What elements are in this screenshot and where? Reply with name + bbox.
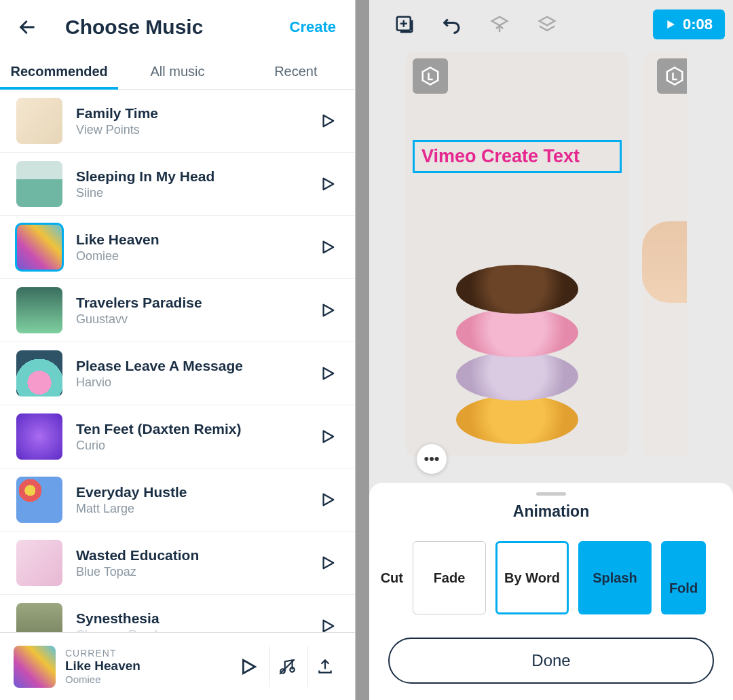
mute-music-button[interactable] bbox=[269, 646, 303, 687]
video-card[interactable]: Vimeo Create Text ••• bbox=[406, 52, 628, 456]
undo-button[interactable] bbox=[432, 11, 472, 38]
ellipsis-icon: ••• bbox=[424, 450, 439, 468]
track-artist: Matt Large bbox=[76, 502, 317, 516]
track-title: Like Heaven bbox=[76, 232, 317, 248]
track-title: Sleeping In My Head bbox=[76, 168, 317, 185]
hexagon-l-icon bbox=[664, 66, 685, 86]
track-title: Family Time bbox=[76, 105, 317, 122]
sheet-title: Animation bbox=[369, 502, 733, 521]
layer-up-icon bbox=[489, 14, 510, 35]
track-title: Ten Feet (Daxten Remix) bbox=[76, 421, 317, 437]
stock-badge bbox=[657, 58, 687, 94]
animation-splash[interactable]: Splash bbox=[578, 541, 652, 614]
track-thumbnail bbox=[16, 98, 62, 144]
play-icon bbox=[320, 238, 335, 257]
play-icon bbox=[320, 301, 335, 320]
done-button[interactable]: Done bbox=[388, 638, 714, 684]
svg-marker-2 bbox=[324, 179, 334, 190]
play-time: 0:08 bbox=[683, 16, 713, 33]
animation-fold[interactable]: Fold bbox=[661, 541, 706, 614]
track-thumbnail bbox=[16, 224, 62, 270]
track-thumbnail bbox=[16, 350, 62, 397]
track-title: Wasted Education bbox=[76, 547, 317, 564]
play-icon bbox=[665, 18, 676, 31]
play-button[interactable] bbox=[317, 173, 339, 195]
svg-marker-5 bbox=[324, 368, 334, 380]
track-row[interactable]: Everyday Hustle Matt Large bbox=[0, 468, 355, 532]
text-overlay[interactable]: Vimeo Create Text bbox=[413, 140, 622, 173]
current-track-title: Like Heaven bbox=[65, 659, 231, 674]
track-row[interactable]: Travelers Paradise Guustavv bbox=[0, 279, 355, 342]
play-button[interactable] bbox=[317, 552, 339, 574]
add-media-icon bbox=[394, 14, 415, 35]
animation-options: Cut Fade By Word Splash Fold bbox=[369, 541, 733, 628]
animation-by-word[interactable]: By Word bbox=[495, 541, 569, 614]
track-row[interactable]: Ten Feet (Daxten Remix) Curio bbox=[0, 405, 355, 468]
tab-recommended[interactable]: Recommended bbox=[0, 57, 118, 89]
now-playing-bar: CURRENT Like Heaven Oomiee bbox=[0, 632, 355, 700]
track-thumbnail bbox=[16, 540, 62, 586]
overlay-text: Vimeo Create Text bbox=[421, 146, 580, 166]
music-tabs: Recommended All music Recent bbox=[0, 49, 355, 90]
track-artist: Siine bbox=[76, 186, 317, 200]
layer-down-icon bbox=[537, 14, 557, 35]
animation-cut[interactable]: Cut bbox=[371, 541, 403, 614]
track-row[interactable]: Sleeping In My Head Siine bbox=[0, 153, 355, 216]
sheet-grip[interactable] bbox=[536, 492, 566, 496]
track-artist: Oomiee bbox=[76, 249, 317, 263]
editor-panel: 0:08 Vimeo Create Text ••• Animation bbox=[369, 0, 733, 700]
svg-marker-21 bbox=[667, 68, 683, 85]
track-artist: Harvio bbox=[76, 375, 317, 390]
track-row[interactable]: Family Time View Points bbox=[0, 90, 355, 153]
pane-divider bbox=[356, 0, 369, 700]
animation-sheet: Animation Cut Fade By Word Splash Fold D… bbox=[369, 483, 733, 700]
tab-all-music[interactable]: All music bbox=[118, 57, 236, 89]
back-button[interactable] bbox=[14, 14, 41, 41]
play-button[interactable] bbox=[317, 299, 339, 321]
svg-marker-4 bbox=[324, 305, 334, 316]
track-list: Family Time View Points Sleeping In My H… bbox=[0, 90, 355, 700]
layer-up-button[interactable] bbox=[479, 11, 520, 38]
music-panel: Choose Music Create Recommended All musi… bbox=[0, 0, 356, 700]
track-thumbnail bbox=[16, 287, 62, 333]
hand-image bbox=[642, 221, 687, 303]
track-text: Family Time View Points bbox=[76, 105, 317, 137]
animation-fade[interactable]: Fade bbox=[413, 541, 486, 614]
track-thumbnail bbox=[16, 161, 62, 207]
upload-icon bbox=[316, 658, 334, 676]
add-media-button[interactable] bbox=[384, 11, 425, 38]
play-preview-button[interactable]: 0:08 bbox=[653, 10, 725, 39]
play-button[interactable] bbox=[317, 426, 339, 447]
svg-marker-3 bbox=[324, 242, 334, 253]
svg-marker-7 bbox=[324, 494, 334, 506]
video-card-next[interactable] bbox=[642, 52, 687, 456]
svg-marker-1 bbox=[324, 115, 334, 127]
play-button[interactable] bbox=[317, 236, 339, 258]
track-row[interactable]: Wasted Education Blue Topaz bbox=[0, 532, 355, 595]
track-thumbnail bbox=[16, 477, 62, 523]
track-artist: Guustavv bbox=[76, 312, 317, 327]
upload-button[interactable] bbox=[307, 646, 341, 687]
play-button[interactable] bbox=[317, 489, 339, 511]
play-icon bbox=[320, 364, 335, 383]
page-title: Choose Music bbox=[65, 16, 290, 39]
track-artist: View Points bbox=[76, 123, 317, 137]
layer-down-button[interactable] bbox=[527, 11, 567, 38]
track-title: Travelers Paradise bbox=[76, 295, 317, 311]
play-button[interactable] bbox=[317, 363, 339, 384]
play-icon bbox=[320, 174, 335, 194]
svg-marker-17 bbox=[492, 17, 508, 26]
track-row[interactable]: Please Leave A Message Harvio bbox=[0, 342, 355, 405]
tab-recent[interactable]: Recent bbox=[237, 57, 355, 89]
track-row[interactable]: Like Heaven Oomiee bbox=[0, 216, 355, 279]
svg-marker-20 bbox=[423, 68, 438, 85]
card-menu-button[interactable]: ••• bbox=[417, 444, 447, 474]
editor-toolbar: 0:08 bbox=[369, 0, 733, 46]
stock-badge bbox=[413, 58, 448, 94]
create-button[interactable]: Create bbox=[290, 18, 336, 36]
track-title: Everyday Hustle bbox=[76, 484, 317, 500]
track-artist: Curio bbox=[76, 439, 317, 453]
play-button[interactable] bbox=[317, 110, 339, 132]
footer-play-button[interactable] bbox=[231, 646, 265, 687]
music-header: Choose Music Create bbox=[0, 0, 355, 49]
